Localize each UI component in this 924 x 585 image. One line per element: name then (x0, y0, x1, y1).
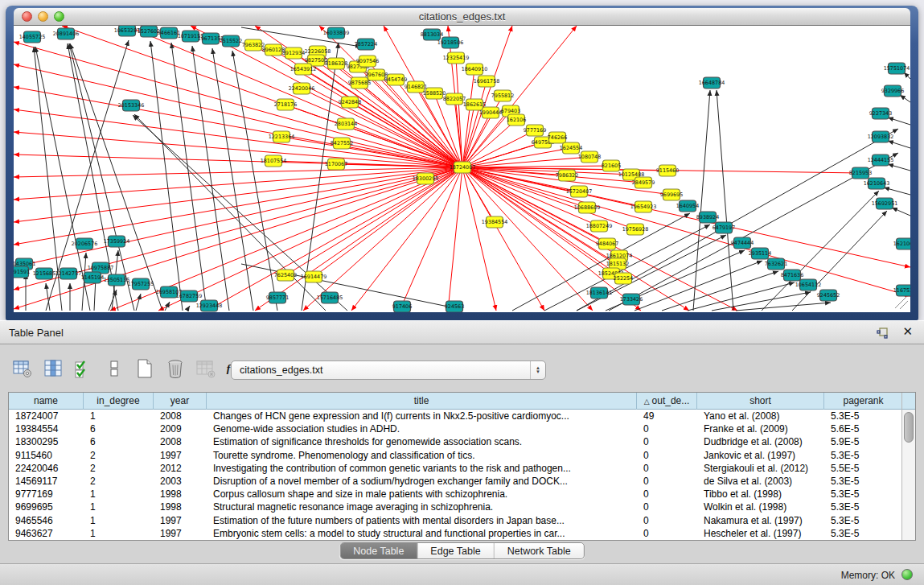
table-cell[interactable]: 0 (637, 488, 697, 501)
graph-node[interactable]: 9474444 (731, 237, 754, 249)
table-cell[interactable]: 0 (637, 462, 697, 475)
graph-node[interactable]: 391591 (14, 266, 30, 278)
graph-node[interactable]: 6479197 (713, 222, 735, 233)
table-cell[interactable]: 5.3E-5 (824, 501, 903, 513)
graph-node[interactable]: 7955812 (491, 90, 514, 101)
table-row[interactable]: 1830029562008Estimation of significance … (9, 435, 915, 448)
table-cell[interactable]: 1998 (154, 488, 207, 501)
graph-node[interactable]: 8938924 (696, 212, 719, 223)
graph-node[interactable]: 2803144 (335, 118, 357, 130)
graph-node[interactable]: 2935114 (749, 248, 771, 259)
table-cell[interactable]: 6 (84, 435, 154, 448)
table-cell[interactable]: 0 (637, 449, 697, 462)
graph-node[interactable]: 8186328 (325, 58, 347, 69)
table-cell[interactable]: Genome-wide association studies in ADHD. (207, 422, 637, 435)
table-cell[interactable]: Changes of HCN gene expression and I(f) … (207, 410, 637, 422)
graph-node[interactable]: 16033809 (323, 27, 350, 39)
graph-node[interactable]: 12923448 (196, 300, 223, 311)
table-cell[interactable]: Estimation of the future numbers of pati… (207, 514, 637, 527)
table-cell[interactable]: 2 (84, 475, 154, 488)
graph-node[interactable]: 19654923 (630, 201, 657, 212)
graph-node[interactable]: 13505135 (104, 274, 130, 286)
graph-node[interactable]: 1167533 (893, 285, 910, 296)
table-cell[interactable]: 2003 (154, 475, 207, 488)
table-cell[interactable]: Hescheler et al. (1997) (697, 527, 824, 540)
graph-node[interactable]: 1733426 (620, 294, 643, 305)
graph-node[interactable]: 9115460 (656, 165, 679, 176)
table-cell[interactable]: 5.3E-5 (824, 488, 903, 501)
graph-node[interactable]: 12213364 (269, 131, 295, 142)
graph-node[interactable]: 16648784 (699, 77, 725, 89)
table-row[interactable]: 1456911722003Disruption of a novel membe… (9, 475, 915, 488)
table-cell[interactable]: 5.3E-5 (824, 449, 903, 462)
graph-node[interactable]: 821605 (602, 160, 621, 171)
graph-node[interactable]: 19218506 (437, 37, 464, 48)
table-cell[interactable]: Tibbo et al. (1998) (697, 488, 824, 501)
graph-node[interactable]: 7632621 (765, 258, 787, 270)
column-header-short[interactable]: short (697, 393, 824, 410)
table-cell[interactable]: 1 (84, 488, 154, 501)
select-all-icon[interactable] (72, 358, 94, 380)
graph-node[interactable]: 16782759 (176, 290, 203, 302)
graph-node[interactable]: 1215685 (33, 268, 55, 279)
table-row[interactable]: 1938455462009Genome-wide association stu… (9, 422, 915, 435)
graph-node[interactable]: 252254 (614, 273, 633, 284)
graph-node[interactable]: 1080748 (578, 151, 601, 163)
table-cell[interactable]: 5.3E-5 (824, 410, 903, 422)
table-cell[interactable]: 0 (637, 514, 697, 527)
table-cell[interactable]: Jankovic et al. (1997) (697, 449, 824, 462)
graph-node[interactable]: 18640910 (462, 64, 488, 75)
graph-node[interactable]: 1145194 (81, 272, 104, 283)
table-row[interactable]: 911546021997Tourette syndrome. Phenomeno… (9, 449, 915, 462)
graph-node[interactable]: 9227343 (869, 108, 892, 119)
graph-node[interactable]: 2718176 (274, 99, 297, 110)
graph-node[interactable]: 19756928 (622, 224, 649, 235)
table-cell[interactable]: 0 (637, 422, 697, 435)
table-cell[interactable]: Dudbridge et al. (2008) (697, 435, 824, 448)
table-cell[interactable]: 18300295 (9, 435, 84, 448)
table-cell[interactable]: Disruption of a novel member of a sodium… (207, 475, 637, 488)
memory-status-icon[interactable] (901, 569, 913, 580)
graph-node[interactable]: 1621065 (893, 238, 910, 249)
table-cell[interactable]: 1 (84, 501, 154, 513)
delete-attribute-icon[interactable] (164, 358, 186, 380)
column-header-out_de[interactable]: △out_de... (637, 393, 697, 410)
table-cell[interactable]: Wolkin et al. (1998) (697, 501, 824, 513)
graph-node[interactable]: 9329966 (881, 85, 904, 97)
table-row[interactable]: 969969511998Structural magnetic resonanc… (9, 501, 915, 513)
deselect-all-icon[interactable] (103, 358, 125, 380)
graph-node[interactable]: 15716485 (317, 292, 343, 303)
graph-node[interactable]: 9875685 (348, 77, 371, 89)
table-cell[interactable]: 5.3E-5 (824, 514, 903, 527)
graph-node[interactable]: 2849579 (632, 177, 655, 188)
graph-node[interactable]: 924563 (445, 301, 464, 312)
table-cell[interactable]: 5.3E-5 (824, 527, 903, 540)
column-header-name[interactable]: name (9, 393, 84, 410)
graph-node[interactable]: 9242848 (339, 97, 361, 108)
graph-node[interactable]: 162106 (507, 114, 526, 126)
table-cell[interactable]: 0 (637, 435, 697, 448)
graph-node[interactable]: 7986322 (556, 170, 578, 181)
table-cell[interactable]: Investigating the contribution of common… (207, 462, 637, 475)
graph-node[interactable]: 1170067 (325, 159, 347, 170)
graph-node[interactable]: 19384554 (482, 216, 508, 228)
table-row[interactable]: 946362711997Embryonic stem cells: a mode… (9, 527, 915, 540)
graph-node[interactable]: 9097546 (356, 56, 379, 67)
tab-network-table[interactable]: Network Table (495, 543, 584, 558)
graph-node[interactable]: 12093832 (868, 131, 894, 142)
table-cell[interactable]: 2 (84, 449, 154, 462)
graph-node[interactable]: 8427552 (331, 138, 353, 149)
graph-node[interactable]: 17359924 (104, 236, 130, 247)
scrollbar-thumb[interactable] (904, 412, 914, 443)
column-header-year[interactable]: year (154, 393, 207, 410)
table-cell[interactable]: 18724007 (9, 410, 84, 422)
show-columns-icon[interactable] (42, 358, 64, 380)
table-cell[interactable]: 2009 (154, 422, 207, 435)
graph-node[interactable]: 8471636 (781, 270, 803, 281)
graph-node[interactable]: 20891406 (53, 28, 80, 39)
graph-node[interactable]: 16210643 (864, 178, 890, 189)
table-cell[interactable]: Estimation of significance thresholds fo… (207, 435, 637, 448)
table-cell[interactable]: 22420046 (9, 462, 84, 475)
new-attribute-icon[interactable] (133, 358, 155, 380)
table-row[interactable]: 2242004622012Investigating the contribut… (9, 462, 915, 475)
